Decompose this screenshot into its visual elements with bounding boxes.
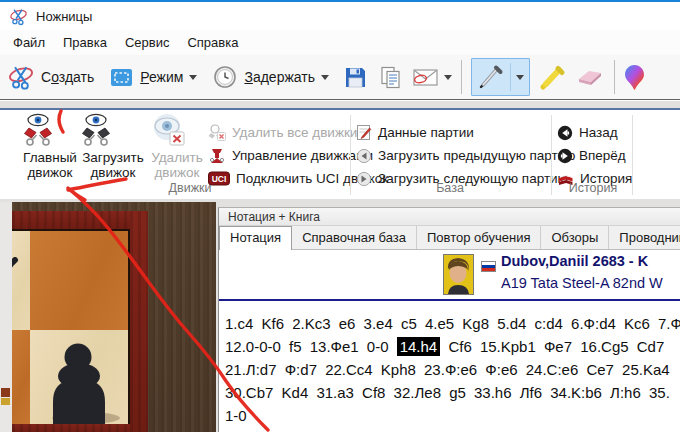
base-group-label: База [370,181,530,195]
game-players: Dubov,Daniil 2683 - K [501,253,648,269]
engine-eye-red-icon [22,112,78,148]
engine-eye-dark-icon [80,112,146,148]
eraser-button[interactable] [575,65,605,89]
edge-artifact [1,398,10,405]
dark-square [30,231,128,330]
pen-button-active[interactable] [471,58,530,96]
board-frame [12,424,130,432]
snipping-tool-window: Ножницы Файл Правка Сервис Справка Созда… [0,0,680,432]
pen-icon [477,63,505,91]
history-group-label: История [556,181,630,195]
pen-inner-separator [510,63,511,91]
toolbar-separator [614,60,615,94]
delay-button[interactable]: Задержать [213,65,315,89]
load-engine-label: Загрузить движок [80,150,146,180]
load-engine-button[interactable]: Загрузить движок [80,112,146,180]
manage-engines-button[interactable]: Управление движками [208,147,373,164]
pen-dropdown-caret[interactable] [516,75,524,80]
header-divider [219,299,680,301]
current-move-highlight[interactable]: 14.h4 [397,337,441,356]
clock-icon [213,65,237,89]
ribbon-separator [551,115,552,195]
mode-button[interactable]: Режим [110,66,183,89]
toolbar-separator [461,60,462,94]
menu-file[interactable]: Файл [4,32,54,53]
tab-notation[interactable]: Нотация [219,226,292,250]
window-edge-strip [0,202,12,432]
menu-help[interactable]: Справка [178,32,247,53]
mode-dropdown-caret[interactable] [189,75,197,80]
delay-label: Задержать [244,69,315,85]
forward-label: Вперёд [579,148,626,163]
save-button[interactable] [344,66,367,89]
menubar: Файл Правка Сервис Справка [0,30,680,55]
prev-game-icon [356,148,372,164]
game-data-label: Данные партии [378,125,474,140]
game-data-button[interactable]: Данные партии [356,124,474,141]
game-result: 1-0 [225,407,680,424]
move-line[interactable]: 21.Л:d7 Ф:d7 22.Cc4 Kph8 23.Ф:е6 Ф:е6 24… [225,361,680,378]
tab-reference-base[interactable]: Справочная база [292,226,417,249]
board-frame [130,211,148,432]
mode-label: Режим [140,69,183,85]
new-snip-label: Создать [41,69,94,85]
notation-panel: Нотация + Книга Нотация Справочная база … [218,207,680,432]
load-previous-game-label: Загрузить предыдущую партию [378,148,575,163]
scissors-icon [8,64,34,90]
move-line[interactable]: 1.c4 Kf6 2.Kc3 e6 3.e4 c5 4.e5 Kg8 5.d4 … [225,315,680,332]
engines-delete-all-icon [208,124,226,141]
load-previous-game-button[interactable]: Загрузить предыдущую партию [356,147,575,164]
remove-engine-button-disabled[interactable]: Удалить движок [148,112,206,180]
engines-manage-icon [208,147,226,165]
mode-rect-icon [110,66,133,89]
tab-surveys[interactable]: Обзоры [541,226,609,249]
copy-button[interactable] [379,66,402,89]
move-list[interactable]: 1.c4 Kf6 2.Kc3 e6 3.e4 c5 4.e5 Kg8 5.d4 … [219,304,680,432]
paint3d-balloon-icon[interactable] [624,64,645,91]
game-data-icon [356,124,372,141]
remove-all-engines-label: Удалить все движки [232,125,357,140]
forward-icon [557,148,573,164]
chess-ribbon: Главный движок Загрузить движок [0,110,680,199]
app-scissors-icon [9,7,28,26]
tab-plan-explorer[interactable]: Проводник плана [609,226,680,249]
main-engine-button[interactable]: Главный движок [22,112,78,180]
window-title: Ножницы [36,9,92,24]
toolbar: Создать Режим Задержать [0,55,680,100]
main-engine-label: Главный движок [22,150,78,180]
back-label: Назад [579,125,618,140]
black-pawn [30,330,128,424]
remove-all-engines-button-disabled[interactable]: Удалить все движки [208,124,357,141]
chess-board-panel[interactable] [0,202,216,432]
snip-canvas: Главный движок Загрузить движок [0,101,680,432]
engine-delete-icon [148,112,206,148]
board-squares [12,229,130,424]
move-line[interactable]: 12.0-0-0 f5 13.Фе1 0-0 14.h4 Cf6 15.Kpb1… [225,338,680,355]
email-button[interactable] [412,66,439,88]
back-button[interactable]: Назад [557,124,618,141]
titlebar: Ножницы [0,2,680,30]
menu-edit[interactable]: Правка [54,32,116,53]
back-icon [557,125,573,141]
email-dropdown-caret[interactable] [444,75,452,80]
game-event: A19 Tata Steel-A 82nd W [501,275,663,291]
engines-group-label: Движки [90,181,290,195]
game-header: Dubov,Daniil 2683 - K A19 Tata Steel-A 8… [219,250,680,299]
manage-engines-label: Управление движками [232,148,373,163]
ribbon-separator [350,115,351,195]
edge-artifact [1,388,10,397]
panel-title: Нотация + Книга [219,208,680,226]
dark-square [12,330,30,424]
russia-flag-icon [481,261,496,272]
new-snip-button[interactable]: Создать [8,64,94,90]
forward-button[interactable]: Вперёд [557,147,626,164]
player-photo [443,254,474,295]
menu-tools[interactable]: Сервис [116,32,179,53]
delay-dropdown-caret[interactable] [321,75,329,80]
tab-training-repeat[interactable]: Повтор обучения [417,226,541,249]
highlighter-button[interactable] [538,63,566,91]
remove-engine-label: Удалить движок [148,150,206,180]
board-frame [12,211,148,229]
move-line[interactable]: 30.Cb7 Kd4 31.a3 Cf8 32.Ле8 g5 33.h6 Лf6… [225,384,680,401]
notation-tabs: Нотация Справочная база Повтор обучения … [219,226,680,250]
